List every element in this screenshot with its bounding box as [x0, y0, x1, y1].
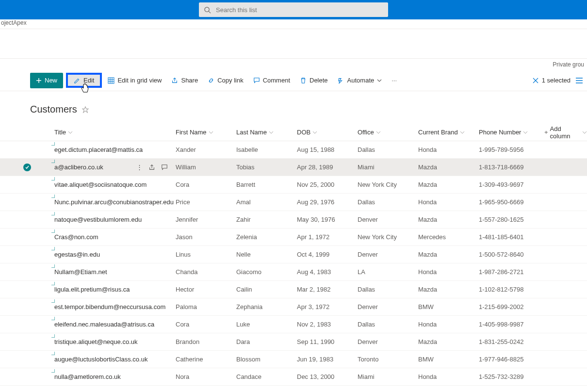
table-row[interactable]: eleifend.nec.malesuada@atrisus.caCoraLuk…	[0, 316, 587, 333]
view-switch-icon[interactable]	[575, 77, 583, 84]
col-title[interactable]: Title	[54, 129, 176, 136]
col-dob[interactable]: DOB	[297, 129, 358, 136]
trash-icon	[300, 77, 307, 84]
new-button[interactable]: New	[30, 73, 63, 88]
row-title-link[interactable]: augue@luctuslobortisClass.co.uk	[54, 356, 147, 363]
cell-brand: Mazda	[418, 338, 479, 345]
delete-button[interactable]: Delete	[295, 73, 333, 88]
row-title-link[interactable]: natoque@vestibulumlorem.edu	[54, 216, 142, 223]
share-button[interactable]: Share	[166, 73, 203, 88]
delete-label: Delete	[310, 77, 328, 84]
breadcrumb: ojectApex	[0, 19, 587, 29]
cell-first: Paloma	[176, 303, 236, 310]
cell-brand: Honda	[418, 268, 479, 276]
cell-phone: 1-481-185-6401	[479, 233, 544, 241]
row-title-link[interactable]: Nunc.pulvinar.arcu@conubianostraper.edu	[54, 198, 174, 206]
cell-brand: Mazda	[418, 163, 479, 171]
table-row[interactable]: Nullam@Etiam.netChandaGiacomoAug 4, 1983…	[0, 263, 587, 281]
row-title-link[interactable]: est.tempor.bibendum@neccursusa.com	[54, 303, 165, 310]
table-row[interactable]: egestas@in.eduLinusNelleOct 4, 1999Denve…	[0, 246, 587, 263]
cell-dob: Oct 4, 1999	[297, 251, 358, 258]
row-share-icon[interactable]	[148, 164, 155, 171]
table-row[interactable]: eget.dictum.placerat@mattis.caXanderIsab…	[0, 141, 587, 159]
svg-point-0	[205, 7, 209, 11]
cell-office: New York City	[358, 181, 418, 188]
row-title-link[interactable]: Nullam@Etiam.net	[54, 268, 107, 276]
cell-last: Cailin	[236, 286, 297, 293]
table-row[interactable]: Nunc.pulvinar.arcu@conubianostraper.eduP…	[0, 194, 587, 211]
table-row[interactable]: augue@luctuslobortisClass.co.ukCatherine…	[0, 351, 587, 368]
table-row[interactable]: a@aclibero.co.uk⋮WilliamTobiasApr 28, 19…	[0, 159, 587, 176]
row-title-link[interactable]: vitae.aliquet@sociisnatoque.com	[54, 181, 147, 188]
table-row[interactable]: nulla@ametlorem.co.ukNoraCandaceDec 13, …	[0, 368, 587, 386]
row-title-link[interactable]: Cras@non.com	[54, 233, 98, 241]
suite-header	[0, 0, 587, 19]
add-column[interactable]: +Add column	[544, 125, 587, 140]
col-phone[interactable]: Phone Number	[479, 129, 544, 136]
search-icon	[204, 6, 211, 14]
cell-brand: Mazda	[418, 286, 479, 293]
table-header: Title First Name Last Name DOB Office Cu…	[0, 124, 587, 141]
search-box[interactable]	[199, 2, 388, 17]
cell-office: Denver	[358, 338, 418, 345]
cell-office: Dallas	[358, 321, 418, 328]
more-button[interactable]: ···	[387, 73, 402, 88]
svg-rect-2	[108, 78, 114, 83]
cell-last: Dara	[236, 338, 297, 345]
row-title-link[interactable]: egestas@in.edu	[54, 251, 100, 258]
cell-last: Barrett	[236, 181, 297, 188]
cell-first: Jennifer	[176, 216, 236, 223]
edit-button[interactable]: Edit	[66, 73, 102, 88]
row-title-link[interactable]: ligula.elit.pretium@risus.ca	[54, 286, 130, 293]
table-row[interactable]: ligula.elit.pretium@risus.caHectorCailin…	[0, 281, 587, 298]
clear-selection[interactable]: 1 selected	[532, 77, 571, 84]
close-icon	[532, 77, 539, 84]
cell-dob: Nov 25, 2000	[297, 181, 358, 188]
col-office[interactable]: Office	[358, 129, 418, 136]
cell-last: Isabelle	[236, 146, 297, 153]
edit-grid-button[interactable]: Edit in grid view	[103, 73, 166, 88]
chevron-down-icon	[523, 130, 528, 135]
cell-brand: Mercedes	[418, 233, 479, 241]
comment-icon	[253, 77, 260, 84]
cell-last: Tobias	[236, 163, 297, 171]
comment-button[interactable]: Comment	[248, 73, 295, 88]
table-row[interactable]: est.tempor.bibendum@neccursusa.comPaloma…	[0, 298, 587, 316]
table-row[interactable]: vitae.aliquet@sociisnatoque.comCoraBarre…	[0, 176, 587, 194]
cell-first: Cora	[176, 181, 236, 188]
cell-office: Denver	[358, 251, 418, 258]
favorite-star-icon[interactable]	[82, 106, 89, 113]
cell-brand: Mazda	[418, 251, 479, 258]
row-title-link[interactable]: tristique.aliquet@neque.co.uk	[54, 338, 137, 345]
col-brand[interactable]: Current Brand	[418, 129, 479, 136]
check-icon[interactable]	[23, 163, 31, 171]
command-bar: New Edit Edit in grid view Share Copy li…	[0, 70, 587, 91]
table-row[interactable]: tristique.aliquet@neque.co.ukBrandonDara…	[0, 333, 587, 351]
cell-last: Amal	[236, 198, 297, 206]
cell-first: William	[176, 163, 236, 171]
cell-first: Hector	[176, 286, 236, 293]
row-title-link[interactable]: nulla@ametlorem.co.uk	[54, 373, 121, 380]
row-title-link[interactable]: eget.dictum.placerat@mattis.ca	[54, 146, 143, 153]
cell-last: Blossom	[236, 356, 297, 363]
cell-first: Jason	[176, 233, 236, 241]
pencil-icon	[74, 77, 81, 84]
row-title-link[interactable]: a@aclibero.co.uk	[54, 163, 103, 171]
row-title-link[interactable]: eleifend.nec.malesuada@atrisus.ca	[54, 321, 154, 328]
automate-button[interactable]: Automate	[333, 73, 387, 88]
cell-phone: 1-500-572-8640	[479, 251, 544, 258]
grid-icon	[108, 77, 114, 84]
row-more-icon[interactable]: ⋮	[136, 163, 143, 171]
table-row[interactable]: natoque@vestibulumlorem.eduJenniferZahir…	[0, 211, 587, 229]
copylink-button[interactable]: Copy link	[203, 73, 248, 88]
ellipsis-icon: ···	[391, 77, 397, 84]
col-last-name[interactable]: Last Name	[236, 129, 297, 136]
cell-brand: BMW	[418, 356, 479, 363]
table-row[interactable]: Cras@non.comJasonZeleniaApr 1, 1972New Y…	[0, 229, 587, 246]
cell-last: Candace	[236, 373, 297, 380]
cell-office: New York City	[358, 233, 418, 241]
row-comment-icon[interactable]	[161, 164, 168, 171]
search-input[interactable]	[215, 6, 383, 14]
col-first-name[interactable]: First Name	[176, 129, 236, 136]
list-table: Title First Name Last Name DOB Office Cu…	[0, 124, 587, 386]
